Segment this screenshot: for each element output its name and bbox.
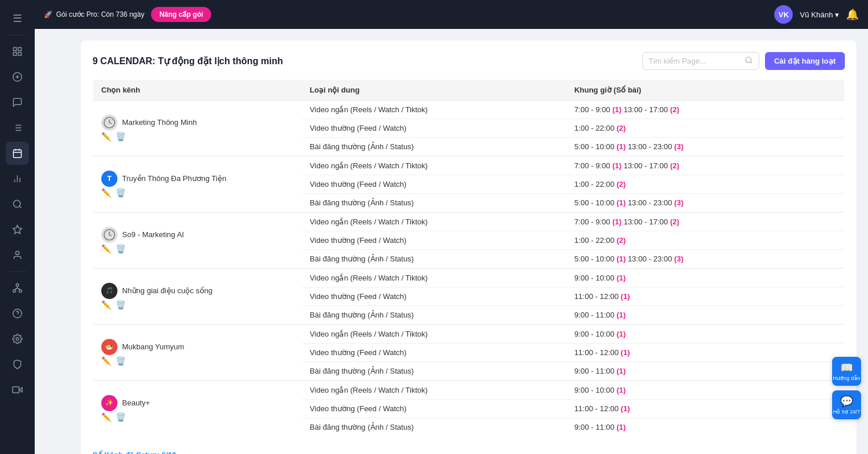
time-slot-cell: 7:00 - 9:00 (1) 13:00 - 17:00 (2)	[566, 156, 844, 175]
svg-point-20	[13, 200, 20, 207]
edit-channel-button[interactable]: ✏️	[101, 244, 111, 253]
channel-name: Mukbang Yumyum	[122, 342, 184, 351]
sidebar-item-list[interactable]	[6, 116, 29, 139]
sidebar-item-menu[interactable]: ☰	[6, 7, 29, 30]
channel-actions: ✏️ 🗑️	[101, 411, 293, 423]
svg-line-28	[17, 288, 20, 290]
channel-cell: ✨ Beauty+ ✏️ 🗑️	[93, 381, 302, 437]
time-slot-cell: 7:00 - 9:00 (1) 13:00 - 17:00 (2)	[566, 101, 844, 119]
content-type-cell: Bài đăng thường (Ảnh / Status)	[301, 362, 566, 381]
time-slot-cell: 9:00 - 10:00 (1)	[566, 324, 844, 344]
channel-avatar	[101, 115, 117, 131]
time-slot-cell: 9:00 - 10:00 (1)	[566, 381, 844, 400]
delete-channel-button[interactable]: 🗑️	[116, 356, 126, 366]
channel-info: So9 - Marketing AI	[101, 227, 293, 243]
sidebar-item-settings[interactable]	[6, 327, 29, 350]
content-type-cell: Video thường (Feed / Watch)	[301, 119, 566, 138]
channel-info: 🍜 Mukbang Yumyum	[101, 339, 293, 355]
bulk-setup-button[interactable]: Cài đặt hàng loạt	[765, 52, 845, 70]
edit-channel-button[interactable]: ✏️	[101, 300, 111, 309]
content-type-cell: Video ngắn (Reels / Watch / Tiktok)	[301, 101, 566, 119]
sidebar-item-plugins[interactable]	[6, 218, 29, 241]
channel-avatar: ✨	[101, 395, 117, 411]
time-slot-cell: 1:00 - 22:00 (2)	[566, 231, 844, 250]
svg-rect-13	[13, 150, 21, 158]
sidebar-item-dashboard[interactable]	[6, 40, 29, 63]
time-slot-cell: 1:00 - 22:00 (2)	[566, 119, 844, 138]
sidebar-item-analytics[interactable]	[6, 167, 29, 190]
sidebar-item-help[interactable]	[6, 302, 29, 325]
help-guide-button[interactable]: 📖 Hướng dẫn	[832, 357, 861, 386]
notification-icon[interactable]: 🔔	[846, 8, 859, 21]
content-type-cell: Bài đăng thường (Ảnh / Status)	[301, 306, 566, 325]
sidebar-item-profile[interactable]	[6, 243, 29, 267]
delete-channel-button[interactable]: 🗑️	[116, 300, 126, 309]
support-button[interactable]: 💬 Hỗ trợ 24/7	[832, 390, 861, 419]
time-slot-cell: 7:00 - 9:00 (1) 13:00 - 17:00 (2)	[566, 212, 844, 231]
channel-name: Beauty+	[122, 398, 150, 407]
channel-name: So9 - Marketing AI	[122, 230, 184, 239]
delete-channel-button[interactable]: 🗑️	[116, 244, 126, 253]
svg-rect-3	[19, 53, 21, 56]
svg-rect-0	[13, 47, 16, 50]
topbar-right: VK Vũ Khánh ▾ 🔔	[774, 5, 859, 24]
content-type-cell: Video ngắn (Reels / Watch / Tiktok)	[301, 324, 566, 344]
edit-channel-button[interactable]: ✏️	[101, 188, 111, 197]
time-slot-cell: 11:00 - 12:00 (1)	[566, 287, 844, 306]
channel-info: ✨ Beauty+	[101, 395, 293, 411]
svg-line-35	[750, 62, 752, 64]
time-slot-cell: 11:00 - 12:00 (1)	[566, 344, 844, 362]
pro-icon: 🚀	[44, 10, 53, 19]
edit-channel-button[interactable]: ✏️	[101, 132, 111, 141]
search-input[interactable]	[649, 57, 741, 65]
channel-cell: Marketing Thông Minh ✏️ 🗑️	[93, 101, 302, 157]
sidebar-item-media[interactable]	[6, 378, 29, 401]
page-footer: Số Kênh đã Setup: 6/19 Lưu ý quan trọng:…	[93, 446, 845, 454]
svg-point-34	[745, 57, 751, 62]
pro-label: Gói cước Pro: Còn 736 ngày	[56, 10, 144, 19]
delete-channel-button[interactable]: 🗑️	[116, 132, 126, 141]
svg-rect-1	[19, 47, 21, 50]
calendar-table: Chọn kênh Loại nội dung Khung giờ (Số bà…	[93, 79, 845, 437]
content-type-cell: Video thường (Feed / Watch)	[301, 287, 566, 306]
content-type-cell: Video thường (Feed / Watch)	[301, 344, 566, 362]
svg-point-22	[16, 251, 19, 254]
content-type-cell: Bài đăng thường (Ảnh / Status)	[301, 194, 566, 213]
time-slot-cell: 9:00 - 11:00 (1)	[566, 362, 844, 381]
sidebar-item-security[interactable]	[6, 353, 29, 376]
support-icon: 💬	[840, 395, 853, 408]
help-label: Hướng dẫn	[833, 375, 860, 381]
time-slot-cell: 1:00 - 22:00 (2)	[566, 175, 844, 194]
channel-name: Truyền Thông Đa Phương Tiện	[122, 174, 226, 183]
channel-cell: T Truyền Thông Đa Phương Tiện ✏️ 🗑️	[93, 156, 302, 212]
sidebar-item-search[interactable]	[6, 193, 29, 216]
float-help: 📖 Hướng dẫn 💬 Hỗ trợ 24/7	[832, 357, 861, 419]
edit-channel-button[interactable]: ✏️	[101, 412, 111, 422]
sidebar-item-org[interactable]	[6, 276, 29, 300]
time-slot-cell: 5:00 - 10:00 (1) 13:00 - 23:00 (3)	[566, 138, 844, 157]
time-slot-cell: 9:00 - 10:00 (1)	[566, 268, 844, 287]
channel-cell: 🍜 Mukbang Yumyum ✏️ 🗑️	[93, 324, 302, 381]
content-type-cell: Video ngắn (Reels / Watch / Tiktok)	[301, 156, 566, 175]
sidebar-item-messages[interactable]	[6, 91, 29, 114]
user-name[interactable]: Vũ Khánh ▾	[800, 10, 839, 19]
edit-channel-button[interactable]: ✏️	[101, 356, 111, 366]
channel-info: Marketing Thông Minh	[101, 115, 293, 131]
page-container: 9 CALENDAR: Tự động đặt lịch thông minh …	[81, 40, 856, 454]
channel-actions: ✏️ 🗑️	[101, 243, 293, 254]
channel-actions: ✏️ 🗑️	[101, 187, 293, 198]
setup-count: Số Kênh đã Setup: 6/19	[93, 451, 845, 454]
search-box	[642, 52, 759, 70]
channel-avatar: 🎵	[101, 283, 117, 299]
delete-channel-button[interactable]: 🗑️	[116, 188, 126, 197]
channel-avatar: 🍜	[101, 339, 117, 355]
sidebar-item-create[interactable]	[6, 65, 29, 88]
sidebar-item-calendar[interactable]	[6, 142, 29, 165]
header-right: Cài đặt hàng loạt	[642, 52, 845, 70]
upgrade-button[interactable]: Nâng cấp gói	[151, 7, 211, 22]
channel-actions: ✏️ 🗑️	[101, 355, 293, 367]
content-type-cell: Bài đăng thường (Ảnh / Status)	[301, 250, 566, 269]
channel-name: Những giai điệu cuộc sống	[122, 286, 212, 295]
channel-info: T Truyền Thông Đa Phương Tiện	[101, 171, 293, 187]
delete-channel-button[interactable]: 🗑️	[116, 412, 126, 422]
